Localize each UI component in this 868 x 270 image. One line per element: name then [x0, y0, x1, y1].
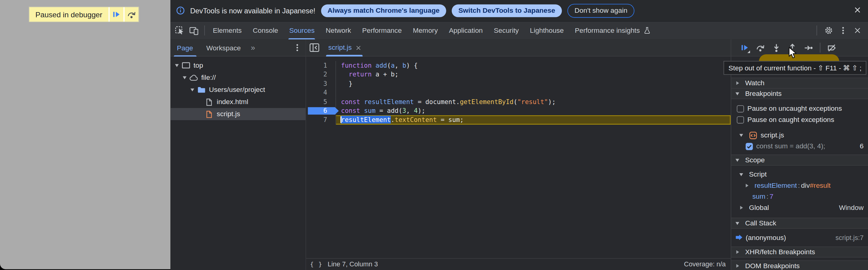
gutter-line-4[interactable]: 4 [306, 88, 336, 97]
code-line-1[interactable]: 1function add(a, b) { [306, 61, 731, 70]
file-icon [205, 97, 213, 106]
device-toolbar-button[interactable] [187, 23, 201, 38]
scope-var-resultelement[interactable]: resultElement: div#result [731, 180, 868, 191]
active-frame-arrow-icon [736, 235, 743, 240]
section-label: Call Stack [745, 219, 776, 227]
devtools-window: Paused in debugger DevTools is now avail… [0, 0, 868, 270]
tab-performance-insights[interactable]: Performance insights [569, 22, 656, 39]
checkbox-pause-on-uncaught-exceptions[interactable]: Pause on uncaught exceptions [731, 103, 868, 114]
switch-devtools-to-japanese-button[interactable]: Switch DevTools to Japanese [452, 4, 562, 17]
resume-script-button[interactable] [108, 7, 123, 22]
tab-console[interactable]: Console [247, 22, 283, 39]
tab-label: Console [253, 27, 278, 35]
scope-var-sum[interactable]: sum: 7 [731, 191, 868, 202]
step-out-icon [788, 43, 797, 53]
always-match-chrome-s-language-button[interactable]: Always match Chrome's language [321, 4, 446, 17]
tree-item-file[interactable]: file:// [170, 71, 305, 84]
code-token: 3 [402, 107, 406, 115]
tree-item-index-html[interactable]: index.html [170, 96, 305, 108]
hide-navigator-button[interactable] [307, 40, 321, 55]
section-call-stack[interactable]: Call Stack [731, 218, 868, 229]
close-devtools-button[interactable] [850, 23, 865, 38]
tab-sources[interactable]: Sources [284, 22, 320, 39]
stack-frame-label: (anonymous) [745, 234, 786, 241]
tab-application[interactable]: Application [443, 22, 488, 39]
editor-tab-script-js[interactable]: script.js [322, 39, 366, 56]
step-out-button[interactable] [784, 40, 800, 55]
gutter-line-7[interactable]: 7 [306, 115, 336, 124]
section-label: Watch [745, 79, 765, 87]
checkbox-pause-on-caught-exceptions[interactable]: Pause on caught exceptions [731, 114, 868, 125]
resume-script-button[interactable] [736, 40, 752, 55]
colon: : [798, 182, 800, 189]
kebab [839, 26, 847, 35]
gutter-line-1[interactable]: 1 [306, 61, 336, 70]
value-token: div [801, 182, 810, 189]
section-xhr-fetch-breakpoints[interactable]: XHR/fetch Breakpoints [731, 247, 868, 258]
pretty-print-icon[interactable]: { } [310, 261, 322, 268]
checkbox-checked[interactable] [745, 143, 753, 150]
code-token: 4 [414, 107, 418, 115]
section-dom-breakpoints[interactable]: DOM Breakpoints [731, 260, 868, 270]
resume-script-icon [740, 43, 748, 52]
cursor-position-label: Line 7, Column 3 [328, 261, 378, 268]
more-options-button[interactable] [836, 23, 850, 38]
navigator-tab-page[interactable]: Page [170, 39, 199, 57]
scope-group-global[interactable]: GlobalWindow [731, 202, 868, 213]
step-into-button[interactable] [768, 40, 784, 55]
code-line-5[interactable]: 5const resultElement = document.getEleme… [306, 97, 731, 107]
close-tab-icon[interactable] [355, 44, 362, 51]
navigator-tab-workspace[interactable]: Workspace [200, 39, 248, 57]
tab-label: Memory [413, 27, 438, 35]
code-token: ); [418, 107, 425, 115]
code-line-3[interactable]: 3 } [306, 79, 731, 88]
tab-security[interactable]: Security [489, 22, 525, 39]
section-breakpoints[interactable]: Breakpoints [731, 88, 868, 99]
gutter-line-5[interactable]: 5 [306, 97, 336, 107]
tree-item-top[interactable]: top [170, 59, 305, 71]
code-line-2[interactable]: 2 return a + b; [306, 70, 731, 79]
checkbox-unchecked[interactable] [737, 116, 744, 123]
bp-group-script-js[interactable]: script.js [731, 129, 868, 141]
gutter-line-2[interactable]: 2 [306, 70, 336, 79]
tree-item-script-js[interactable]: script.js [170, 108, 305, 120]
tree-item-users-user-project[interactable]: Users/user/project [170, 84, 305, 96]
code-line-4[interactable]: 4 [306, 88, 731, 97]
infobar: DevTools is now available in Japanese! A… [170, 0, 868, 22]
step-over-button[interactable] [123, 7, 138, 22]
navigator-more-options-button[interactable] [290, 40, 304, 55]
tab-lighthouse[interactable]: Lighthouse [525, 22, 569, 39]
step-over-button[interactable] [752, 40, 768, 55]
navigator-pane: PageWorkspace » topfile://Users/user/pro… [170, 39, 306, 270]
don-t-show-again-button[interactable]: Don't show again [567, 4, 634, 18]
scope-group-script[interactable]: Script [731, 169, 868, 180]
code-line-6[interactable]: 6const sum = add(3, 4); [306, 106, 731, 115]
checkbox-unchecked[interactable] [737, 105, 744, 112]
section-scope[interactable]: Scope [731, 154, 868, 166]
selected-token: resultElement [341, 116, 391, 124]
inspect-button[interactable] [173, 23, 187, 38]
step-button[interactable] [800, 40, 816, 55]
debugger-sections: WatchBreakpointsPause on uncaught except… [731, 78, 868, 270]
gutter-line-6[interactable]: 6 [306, 106, 336, 115]
stack-frame-anonymous[interactable]: (anonymous)script.js:7 [731, 232, 868, 243]
section-watch[interactable]: Watch [731, 78, 868, 89]
more-tabs-button[interactable]: » [247, 43, 258, 52]
infobar-close-button[interactable] [854, 6, 862, 15]
tab-network[interactable]: Network [320, 22, 356, 39]
deactivate-breakpoints-button[interactable] [824, 40, 840, 55]
tab-memory[interactable]: Memory [407, 22, 443, 39]
code-editor[interactable]: 1function add(a, b) {2 return a + b;3 }4… [306, 56, 731, 258]
step-over-icon [755, 43, 765, 53]
resume-icon [112, 10, 121, 19]
tab-performance[interactable]: Performance [356, 22, 407, 39]
code-line-7[interactable]: 7resultElement.textContent = sum; [306, 115, 731, 124]
bp-entry-const-sum-add-3-4[interactable]: const sum = add(3, 4);6 [731, 141, 868, 152]
tab-label: Elements [213, 27, 242, 35]
code-token [372, 62, 376, 69]
settings-button[interactable] [822, 23, 836, 38]
gutter-line-3[interactable]: 3 [306, 79, 336, 88]
close-icon [854, 6, 862, 13]
tab-elements[interactable]: Elements [207, 22, 247, 39]
checkbox-label: Pause on caught exceptions [747, 116, 834, 124]
